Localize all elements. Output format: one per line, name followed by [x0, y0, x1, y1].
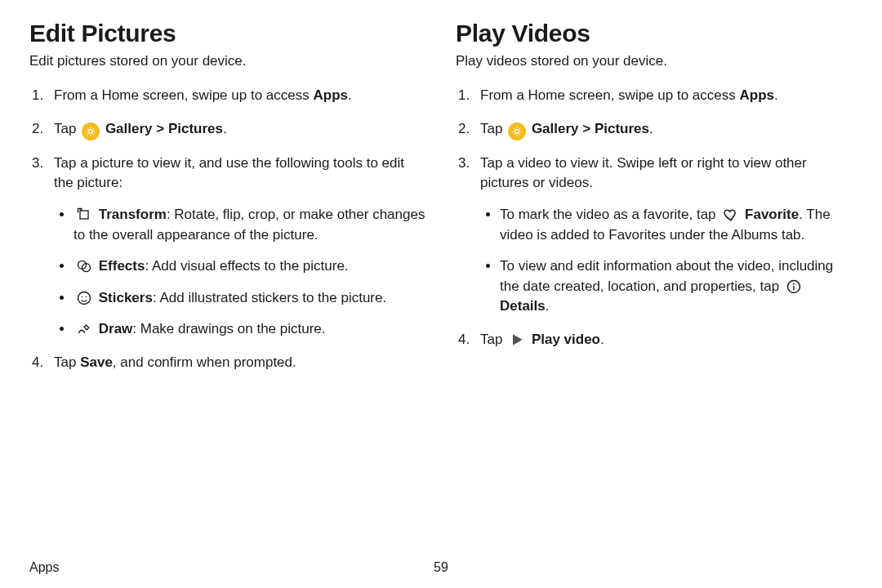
- heading-edit-pictures: Edit Pictures: [29, 20, 426, 47]
- step-2: Tap Gallery > Pictures.: [47, 119, 426, 140]
- svg-point-5: [87, 127, 89, 129]
- bold-gallery-pictures: Gallery > Pictures: [532, 121, 649, 136]
- text: .: [600, 332, 604, 347]
- text: Tap: [54, 121, 80, 136]
- svg-point-7: [87, 133, 89, 135]
- svg-point-2: [90, 134, 91, 136]
- heading-play-videos: Play Videos: [456, 20, 853, 47]
- svg-point-16: [516, 127, 518, 128]
- steps-edit-pictures: From a Home screen, swipe up to access A…: [29, 86, 426, 373]
- bold-details: Details: [500, 298, 546, 314]
- step-1: From a Home screen, swipe up to access A…: [474, 86, 853, 106]
- bullet-favorite: To mark the video as a favorite, tap Fav…: [500, 205, 853, 245]
- text: : Add visual effects to the picture.: [145, 258, 348, 274]
- bullet-stickers: Stickers: Add illustrated stickers to th…: [74, 288, 426, 309]
- text: From a Home screen, swipe up to access: [480, 87, 739, 103]
- svg-point-3: [87, 131, 88, 132]
- svg-point-23: [519, 133, 521, 135]
- bullet-details: To view and edit information about the v…: [500, 256, 853, 317]
- step-3: Tap a picture to view it, and use the fo…: [47, 154, 426, 340]
- svg-point-0: [89, 129, 93, 133]
- bold-stickers: Stickers: [99, 290, 153, 305]
- text: .: [223, 121, 227, 136]
- footer-section-label: Apps: [29, 560, 59, 575]
- text: : Add illustrated stickers to the pictur…: [153, 290, 386, 305]
- transform-icon: [75, 206, 93, 224]
- text: To mark the video as a favorite, tap: [500, 207, 719, 222]
- bold-apps: Apps: [739, 87, 774, 103]
- gallery-icon: [82, 122, 100, 140]
- bold-apps: Apps: [313, 87, 348, 103]
- footer-page-number: 59: [434, 560, 448, 575]
- svg-point-1: [90, 127, 91, 128]
- steps-play-videos: From a Home screen, swipe up to access A…: [456, 86, 853, 350]
- text: .: [546, 298, 550, 314]
- info-icon: [785, 278, 803, 296]
- step-4: Tap Save, and confirm when prompted.: [47, 353, 426, 373]
- edit-tools-list: Transform: Rotate, flip, crop, or make o…: [54, 205, 426, 340]
- page-footer: Apps 59: [29, 555, 853, 575]
- play-icon: [508, 331, 526, 349]
- bold-favorite: Favorite: [745, 207, 799, 222]
- heart-icon: [721, 206, 739, 224]
- text: Tap: [480, 332, 506, 347]
- svg-point-15: [515, 129, 519, 133]
- svg-point-22: [514, 133, 515, 135]
- svg-point-25: [793, 283, 795, 284]
- step-3: Tap a video to view it. Swipe left or ri…: [474, 154, 853, 317]
- bold-save: Save: [80, 354, 113, 370]
- step-4: Tap Play video.: [474, 330, 853, 350]
- stickers-icon: [75, 289, 93, 307]
- video-actions-list: To mark the video as a favorite, tap Fav…: [480, 205, 853, 317]
- text: To view and edit information about the v…: [500, 258, 833, 294]
- bullet-draw: Draw: Make drawings on the picture.: [74, 319, 426, 340]
- bold-effects: Effects: [99, 258, 145, 274]
- svg-point-4: [94, 131, 96, 132]
- manual-page: Edit Pictures Edit pictures stored on yo…: [0, 0, 882, 588]
- svg-point-13: [82, 296, 83, 297]
- text: Tap a picture to view it, and use the fo…: [54, 155, 404, 191]
- svg-point-19: [520, 131, 522, 132]
- step-2: Tap Gallery > Pictures.: [474, 119, 853, 140]
- intro-play-videos: Play videos stored on your device.: [456, 52, 853, 71]
- intro-edit-pictures: Edit pictures stored on your device.: [29, 52, 426, 71]
- bullet-transform: Transform: Rotate, flip, crop, or make o…: [74, 205, 426, 245]
- text: Tap: [54, 354, 80, 370]
- svg-point-20: [514, 127, 515, 129]
- text: : Make drawings on the picture.: [132, 321, 325, 336]
- step-1: From a Home screen, swipe up to access A…: [47, 86, 426, 106]
- column-edit-pictures: Edit Pictures Edit pictures stored on yo…: [29, 20, 426, 555]
- svg-point-18: [513, 131, 514, 132]
- text: .: [649, 121, 653, 136]
- svg-point-12: [78, 292, 91, 304]
- draw-icon: [75, 320, 93, 338]
- svg-rect-9: [80, 211, 88, 219]
- svg-point-21: [519, 127, 521, 129]
- effects-icon: [75, 257, 93, 275]
- text: From a Home screen, swipe up to access: [54, 87, 313, 103]
- text: Tap a video to view it. Swipe left or ri…: [480, 155, 807, 191]
- bold-draw: Draw: [99, 321, 133, 336]
- svg-point-6: [93, 127, 95, 129]
- column-play-videos: Play Videos Play videos stored on your d…: [456, 20, 853, 555]
- svg-point-17: [516, 134, 518, 136]
- text: , and confirm when prompted.: [113, 354, 296, 370]
- svg-point-8: [93, 133, 95, 135]
- bullet-effects: Effects: Add visual effects to the pictu…: [74, 256, 426, 277]
- gallery-icon: [508, 122, 526, 140]
- columns: Edit Pictures Edit pictures stored on yo…: [29, 20, 853, 555]
- text: .: [348, 87, 352, 103]
- svg-point-14: [86, 296, 87, 297]
- bold-transform: Transform: [99, 207, 167, 222]
- text: Tap: [480, 121, 506, 136]
- bold-gallery-pictures: Gallery > Pictures: [105, 121, 223, 136]
- text: .: [774, 87, 778, 103]
- bold-play-video: Play video: [532, 332, 600, 347]
